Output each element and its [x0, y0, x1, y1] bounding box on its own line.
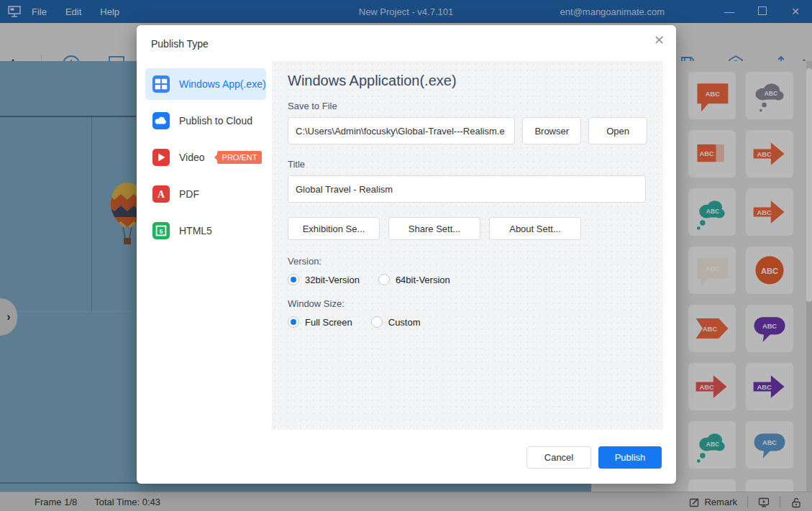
radio-selected-icon: [288, 316, 299, 328]
sidebar-item-label: Video: [179, 152, 205, 163]
sidebar-item-label: Windows App(.exe): [179, 78, 266, 90]
radio-label: Custom: [388, 317, 421, 328]
window-size-label: Window Size:: [288, 298, 647, 309]
sidebar-item-pdf[interactable]: APDF: [145, 178, 266, 210]
video-icon: [152, 149, 170, 166]
radio-label: 32bit-Version: [305, 275, 360, 285]
sidebar-item-label: PDF: [179, 188, 199, 200]
radio-full-screen[interactable]: Full Screen: [288, 316, 352, 328]
svg-text:A: A: [158, 189, 165, 200]
title-input[interactable]: [288, 175, 646, 203]
radio-32bit-version[interactable]: 32bit-Version: [288, 274, 360, 285]
dialog-title: Publish Type: [151, 38, 209, 50]
dialog-close-icon[interactable]: ✕: [654, 32, 665, 48]
app-window: FileEditHelp New Project - v4.7.101 ent@…: [0, 0, 812, 511]
publish-button[interactable]: Publish: [598, 446, 662, 469]
version-label: Version:: [288, 256, 647, 267]
sidebar-item-label: Publish to Cloud: [179, 115, 252, 126]
radio-custom[interactable]: Custom: [371, 316, 421, 328]
about-sett--button[interactable]: About Sett...: [489, 217, 581, 240]
cloud-icon: [152, 112, 170, 129]
sidebar-item-label: HTML5: [179, 225, 212, 236]
browser-button[interactable]: Browser: [522, 117, 581, 144]
radio-unselected-icon: [371, 316, 383, 328]
pdf-icon: A: [152, 185, 170, 203]
sidebar-item-video[interactable]: VideoPRO/ENT: [145, 142, 266, 173]
version-radio-group: 32bit-Version64bit-Version: [288, 274, 647, 285]
cancel-button[interactable]: Cancel: [526, 446, 591, 469]
sidebar-item-windows-app-exe-[interactable]: Windows App(.exe): [145, 68, 266, 100]
radio-label: Full Screen: [305, 317, 352, 328]
radio-label: 64bit-Version: [396, 275, 450, 285]
publish-type-sidebar: Windows App(.exe)Publish to CloudVideoPR…: [145, 68, 266, 252]
sidebar-item-publish-to-cloud[interactable]: Publish to Cloud: [145, 105, 266, 137]
windows-icon: [152, 75, 170, 93]
radio-selected-icon: [288, 274, 299, 285]
share-sett--button[interactable]: Share Sett...: [388, 217, 480, 240]
html5-icon: 5: [152, 222, 170, 239]
panel-heading: Windows Application(.exe): [288, 73, 647, 89]
radio-unselected-icon: [378, 274, 390, 285]
exhibition-se--button[interactable]: Exhibition Se...: [288, 217, 380, 240]
publish-settings-panel: Windows Application(.exe) Save to File B…: [272, 61, 663, 430]
save-to-file-label: Save to File: [288, 101, 647, 111]
publish-type-dialog: Publish Type ✕ Windows App(.exe)Publish …: [137, 25, 676, 484]
pro-ent-badge: PRO/ENT: [217, 151, 263, 164]
sidebar-item-html5[interactable]: 5HTML5: [145, 215, 266, 247]
settings-buttons-row: Exhibition Se...Share Sett...About Sett.…: [288, 217, 647, 240]
save-path-input[interactable]: [288, 117, 515, 144]
title-label: Title: [288, 159, 647, 170]
svg-text:5: 5: [159, 228, 163, 235]
window-size-radio-group: Full ScreenCustom: [288, 316, 647, 328]
open-button[interactable]: Open: [588, 117, 647, 144]
radio-64bit-version[interactable]: 64bit-Version: [378, 274, 450, 285]
